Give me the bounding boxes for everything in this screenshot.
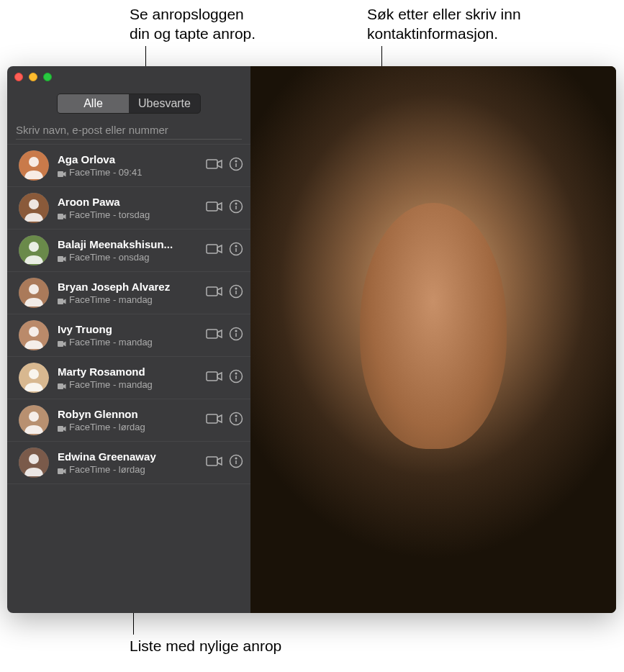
svg-rect-3 [207,160,217,168]
svg-rect-44 [58,426,63,432]
svg-rect-37 [58,383,63,389]
video-icon [58,339,66,346]
avatar [19,193,49,223]
call-row[interactable]: Aroon Pawa FaceTime - torsdag [7,187,250,230]
avatar [19,363,49,393]
svg-point-19 [235,245,237,247]
search-input[interactable] [16,121,242,140]
call-meta: FaceTime - lørdag [58,464,197,475]
call-name: Robyn Glennon [58,408,197,420]
avatar [19,405,49,435]
call-actions [206,369,243,386]
call-info: Robyn Glennon FaceTime - lørdag [58,408,197,432]
call-row[interactable]: Edwina Greenaway FaceTime - lørdag [7,442,250,484]
svg-rect-45 [207,414,217,423]
call-name: Edwina Greenaway [58,450,197,463]
info-button[interactable] [229,242,243,259]
call-meta-text: FaceTime - mandag [69,337,153,348]
call-meta: FaceTime - mandag [58,337,197,348]
call-row[interactable]: Aga Orlova FaceTime - 09:41 [7,144,250,187]
call-meta: FaceTime - onsdag [58,252,197,263]
video-call-button[interactable] [206,201,223,215]
video-icon [58,466,66,473]
call-filter-segments: Alle Ubesvarte [57,94,201,114]
call-row[interactable]: Bryan Joseph Alvarez FaceTime - mandag [7,272,250,314]
video-icon [58,424,66,431]
segment-all[interactable]: Alle [58,94,129,113]
video-call-button[interactable] [206,328,223,342]
call-row[interactable]: Robyn Glennon FaceTime - lørdag [7,399,250,442]
video-icon [58,381,66,389]
facetime-window: Alle Ubesvarte Aga Orlova FaceTime - 09:… [7,66,616,613]
call-row[interactable]: Marty Rosamond FaceTime - mandag [7,357,250,399]
svg-rect-9 [58,214,63,219]
svg-rect-52 [207,457,217,466]
sidebar: Alle Ubesvarte Aga Orlova FaceTime - 09:… [7,66,250,613]
call-meta-text: FaceTime - lørdag [69,464,145,475]
svg-point-33 [235,330,237,332]
call-meta-text: FaceTime - onsdag [69,252,150,263]
call-meta-text: FaceTime - torsdag [69,209,150,220]
svg-rect-10 [207,202,217,211]
avatar [19,320,49,350]
avatar [19,235,49,265]
call-info: Ivy Truong FaceTime - mandag [58,323,197,348]
video-call-button[interactable] [206,371,223,385]
video-call-button[interactable] [206,243,223,258]
minimize-button[interactable] [29,73,37,81]
video-call-button[interactable] [206,455,223,470]
info-button[interactable] [229,327,243,344]
call-name: Balaji Meenakshisun... [58,238,197,250]
svg-point-15 [29,242,39,252]
call-name: Ivy Truong [58,323,197,335]
avatar [19,448,49,478]
info-button[interactable] [229,199,243,217]
video-icon [58,296,66,304]
video-call-button[interactable] [206,413,223,427]
svg-point-22 [29,284,39,294]
call-info: Aga Orlova FaceTime - 09:41 [58,153,197,178]
call-name: Aroon Pawa [58,196,197,208]
info-button[interactable] [229,454,243,471]
face-shape [360,203,506,449]
video-call-button[interactable] [206,286,223,300]
segment-missed[interactable]: Ubesvarte [129,94,200,113]
maximize-button[interactable] [43,73,52,81]
info-button[interactable] [229,369,243,386]
avatar [19,278,49,308]
call-row[interactable]: Balaji Meenakshisun... FaceTime - onsdag [7,230,250,272]
callout-search: Søk etter eller skriv inn kontaktinforma… [367,4,521,44]
svg-rect-24 [207,287,217,296]
svg-rect-38 [207,372,217,381]
call-name: Bryan Joseph Alvarez [58,281,197,293]
video-call-button[interactable] [206,158,223,173]
svg-point-12 [235,203,237,204]
video-icon [58,212,66,219]
call-actions [206,412,243,429]
svg-point-43 [29,412,39,422]
call-info: Bryan Joseph Alvarez FaceTime - mandag [58,281,197,305]
svg-rect-2 [58,171,63,177]
call-actions [206,327,243,344]
svg-point-54 [235,458,237,459]
video-preview [250,66,616,613]
video-placeholder [250,66,616,613]
info-button[interactable] [229,412,243,429]
call-actions [206,157,243,174]
call-meta-text: FaceTime - 09:41 [69,167,142,178]
call-meta-text: FaceTime - mandag [69,294,153,305]
call-actions [206,454,243,471]
svg-point-26 [235,288,237,289]
svg-point-8 [29,199,39,209]
svg-point-36 [29,369,39,379]
svg-point-29 [29,327,39,337]
close-button[interactable] [14,73,23,81]
svg-point-50 [29,454,39,464]
call-info: Aroon Pawa FaceTime - torsdag [58,196,197,220]
info-button[interactable] [229,157,243,174]
callout-call-log: Se anropsloggen din og tapte anrop. [130,4,256,44]
call-info: Marty Rosamond FaceTime - mandag [58,365,197,390]
info-button[interactable] [229,284,243,301]
call-list: Aga Orlova FaceTime - 09:41 Aroon Pawa F… [7,144,250,613]
call-row[interactable]: Ivy Truong FaceTime - mandag [7,314,250,357]
